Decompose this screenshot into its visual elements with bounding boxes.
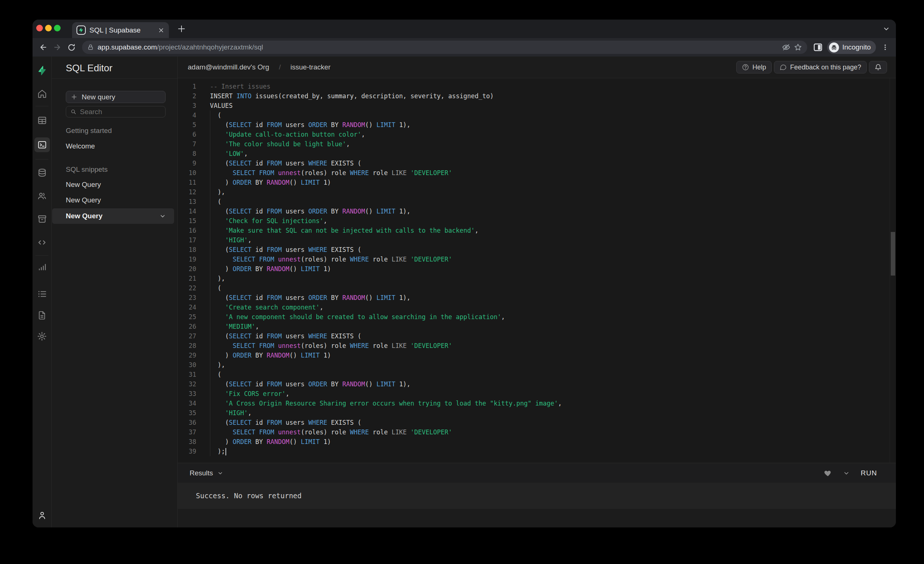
code-line[interactable]: 11 ) ORDER BY RANDOM() LIMIT 1) [178,178,896,187]
supabase-logo-icon[interactable] [34,63,50,78]
code-line[interactable]: 9 (SELECT id FROM users WHERE EXISTS ( [178,159,896,168]
home-icon[interactable] [34,87,50,101]
eye-off-icon[interactable] [782,43,790,51]
code-line[interactable]: 6 'Update call-to-action button color', [178,130,896,139]
code-line[interactable]: 38 ) ORDER BY RANDOM() LIMIT 1) [178,437,896,447]
sql-editor-icon[interactable] [34,138,50,152]
code-line[interactable]: 19 SELECT FROM unnest(roles) role WHERE … [178,254,896,264]
code-line[interactable]: 10 SELECT FROM unnest(roles) role WHERE … [178,168,896,178]
supabase-app: SQL Editor New query Getting started Wel… [33,57,896,527]
forward-button[interactable] [51,41,64,54]
code-line[interactable]: 34 'A Cross Origin Resource Sharing erro… [178,398,896,408]
code-line[interactable]: 3VALUES [178,101,896,111]
close-window-button[interactable] [36,25,43,31]
api-code-icon[interactable] [34,235,50,250]
line-number: 9 [178,159,196,168]
search-input[interactable] [80,108,161,116]
snippet-search[interactable] [66,106,166,117]
code-line[interactable]: 29 ) ORDER BY RANDOM() LIMIT 1) [178,350,896,360]
close-tab-icon[interactable] [158,27,165,34]
code-line[interactable]: 21 ), [178,274,896,283]
snippet-item[interactable]: New Query [66,181,101,189]
zoom-window-button[interactable] [54,25,61,31]
side-panel-icon[interactable] [812,41,824,54]
code-line[interactable]: 24 'Create search component', [178,302,896,312]
code-line[interactable]: 4 ( [178,111,896,120]
docs-file-icon[interactable] [34,308,50,322]
code-line[interactable]: 36 (SELECT id FROM users WHERE EXISTS ( [178,418,896,427]
auth-users-icon[interactable] [34,188,50,203]
new-query-button[interactable]: New query [66,91,166,103]
text-cursor [225,448,226,455]
code-line[interactable]: 28 SELECT FROM unnest(roles) role WHERE … [178,341,896,350]
database-icon[interactable] [34,166,50,180]
logs-list-icon[interactable] [34,287,50,301]
code-line[interactable]: 14 (SELECT id FROM users ORDER BY RANDOM… [178,206,896,216]
sql-editor-panel: SQL Editor New query Getting started Wel… [52,57,178,527]
back-button[interactable] [37,41,50,54]
code-line[interactable]: 16 'Make sure that SQL can not be inject… [178,226,896,235]
incognito-badge[interactable]: Incognito [827,40,876,54]
favorite-heart-icon[interactable] [824,469,832,477]
reports-chart-icon[interactable] [34,259,50,274]
code-line[interactable]: 18 (SELECT id FROM users WHERE EXISTS ( [178,245,896,254]
code-line[interactable]: 25 'A new component should be created to… [178,312,896,322]
minimize-window-button[interactable] [45,25,52,31]
code-line[interactable]: 8 'LOW', [178,149,896,159]
browser-menu-kebab-icon[interactable] [879,41,891,54]
results-label: Results [190,469,213,477]
breadcrumb-org[interactable]: adam@windmill.dev's Org [188,63,269,71]
snippet-item-welcome[interactable]: Welcome [66,142,95,150]
code-lines[interactable]: 1-- Insert issues2INSERT INTO issues(cre… [178,78,896,463]
chevron-down-icon[interactable] [159,213,166,219]
breadcrumb-project[interactable]: issue-tracker [291,63,331,71]
code-line[interactable]: 33 'Fix CORS error', [178,389,896,398]
tab-search-chevron-icon[interactable] [883,25,890,33]
code-line[interactable]: 32 (SELECT id FROM users ORDER BY RANDOM… [178,379,896,389]
table-editor-icon[interactable] [34,113,50,128]
code-line[interactable]: 5 (SELECT id FROM users ORDER BY RANDOM(… [178,120,896,130]
code-line[interactable]: 17 'HIGH', [178,235,896,245]
new-tab-button[interactable] [177,24,186,33]
reload-button[interactable] [65,41,78,54]
line-number: 33 [178,389,196,398]
run-button[interactable]: RUN [861,469,877,477]
panel-title: SQL Editor [66,63,112,74]
new-query-button-label: New query [82,93,116,101]
code-line[interactable]: 13 ( [178,197,896,206]
results-dropdown[interactable]: Results [190,469,223,477]
settings-gear-icon[interactable] [34,329,50,344]
snippet-item[interactable]: New Query [66,196,101,204]
lock-icon [87,44,94,51]
code-line[interactable]: 20 ) ORDER BY RANDOM() LIMIT 1) [178,264,896,274]
feedback-button[interactable]: Feedback on this page? [774,61,867,73]
scrollbar-thumb[interactable] [891,232,895,275]
help-button[interactable]: Help [736,61,772,73]
code-line[interactable]: 1-- Insert issues [178,82,896,91]
code-line[interactable]: 26 'MEDIUM', [178,322,896,331]
code-line[interactable]: 39 ); [178,447,896,456]
bookmark-star-icon[interactable] [794,43,802,51]
run-options-chevron-icon[interactable] [843,470,850,476]
code-line[interactable]: 2INSERT INTO issues(created_by, summary,… [178,91,896,101]
window-controls[interactable] [36,25,61,31]
url-text[interactable]: app.supabase.com/project/azahtnhqohyjerz… [98,43,778,51]
code-line[interactable]: 23 (SELECT id FROM users ORDER BY RANDOM… [178,293,896,302]
code-line[interactable]: 22 ( [178,283,896,293]
notifications-button[interactable] [869,61,887,73]
code-line[interactable]: 35 'HIGH', [178,408,896,418]
address-bar[interactable]: app.supabase.com/project/azahtnhqohyjerz… [82,40,807,54]
code-line[interactable]: 7 'The color should be light blue', [178,139,896,149]
code-line[interactable]: 37 SELECT FROM unnest(roles) role WHERE … [178,427,896,437]
line-number: 36 [178,418,196,427]
code-line[interactable]: 15 'Check for SQL injections', [178,216,896,226]
browser-tab[interactable]: SQL | Supabase [72,22,169,38]
storage-icon[interactable] [34,212,50,226]
account-user-icon[interactable] [34,508,50,523]
snippet-item-active[interactable]: New Query [52,208,174,224]
code-line[interactable]: 12 ), [178,187,896,197]
code-line[interactable]: 31 ( [178,370,896,379]
code-line[interactable]: 27 (SELECT id FROM users WHERE EXISTS ( [178,331,896,341]
code-line[interactable]: 30 ), [178,360,896,370]
code-editor[interactable]: 1-- Insert issues2INSERT INTO issues(cre… [178,78,896,463]
